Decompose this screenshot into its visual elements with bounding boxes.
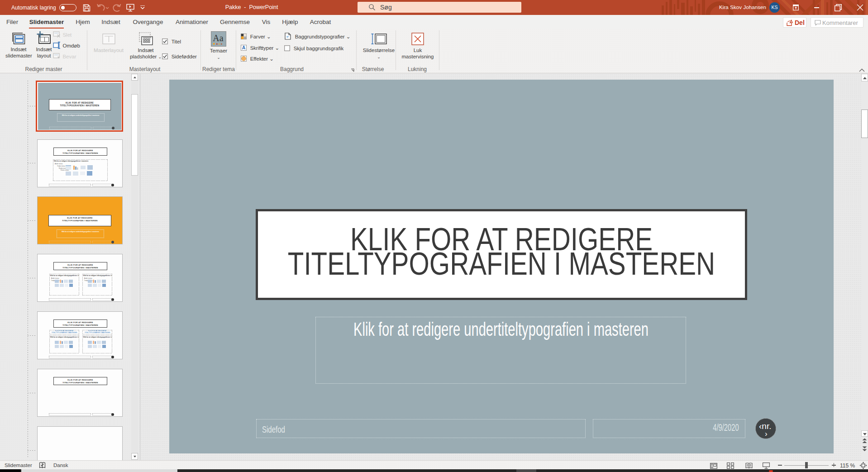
svg-text:Aa: Aa bbox=[213, 33, 223, 43]
svg-text:A: A bbox=[242, 45, 246, 50]
